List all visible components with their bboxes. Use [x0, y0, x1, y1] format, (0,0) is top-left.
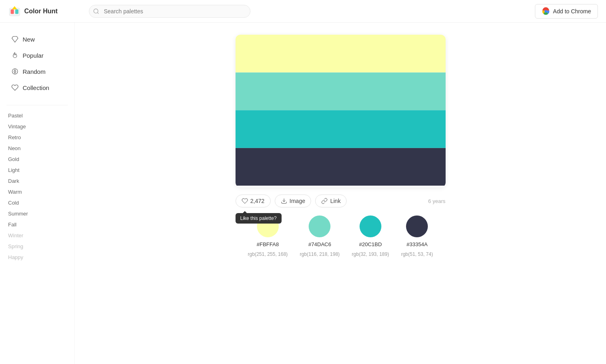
- sidebar-tag-retro[interactable]: Retro: [0, 132, 74, 143]
- swatch-circle-1[interactable]: [309, 215, 330, 237]
- search-input[interactable]: [89, 5, 250, 18]
- swatch-hex-1: #74DAC6: [308, 241, 331, 247]
- actions-row: 2,472 Image Link 6 years: [236, 195, 446, 207]
- image-label: Image: [290, 198, 305, 204]
- swatch-rgb-2: rgb(32, 193, 189): [352, 251, 389, 257]
- swatch-item-3: #33354A rgb(51, 53, 74): [401, 215, 433, 257]
- link-icon: [321, 198, 328, 204]
- sidebar-tag-summer[interactable]: Summer: [0, 208, 74, 219]
- logo-icon: [8, 5, 21, 18]
- swatch-circle-3[interactable]: [406, 215, 428, 237]
- sidebar-item-popular[interactable]: Popular: [3, 48, 71, 63]
- sidebar-tag-fall[interactable]: Fall: [0, 219, 74, 230]
- swatch-rgb-1: rgb(116, 218, 198): [300, 251, 340, 257]
- like-count: 2,472: [250, 198, 265, 204]
- link-button[interactable]: Link: [315, 195, 347, 207]
- sidebar-tag-cold[interactable]: Cold: [0, 197, 74, 208]
- svg-rect-12: [236, 73, 446, 111]
- chrome-icon: [542, 7, 550, 15]
- swatch-hex-2: #20C1BD: [359, 241, 382, 247]
- image-button[interactable]: Image: [275, 195, 311, 207]
- svg-point-8: [14, 71, 16, 73]
- palette-stripe: [236, 35, 446, 186]
- tooltip: Like this palette?: [236, 213, 282, 224]
- header: Color Hunt Add to Chrome: [0, 0, 606, 23]
- search-wrap: [89, 5, 250, 18]
- link-label: Link: [330, 198, 341, 204]
- sidebar-tag-neon[interactable]: Neon: [0, 143, 74, 154]
- palette-detail: 2,472 Image Link 6 years: [236, 35, 446, 352]
- swatch-hex-3: #33354A: [406, 241, 427, 247]
- random-icon: [11, 68, 19, 75]
- sidebar-divider: [6, 105, 68, 105]
- search-icon: [93, 8, 99, 15]
- search-icon-wrap: [89, 5, 250, 18]
- palette-card[interactable]: [236, 35, 446, 187]
- sidebar-item-new[interactable]: New: [3, 31, 71, 47]
- swatch-rgb-3: rgb(51, 53, 74): [401, 251, 433, 257]
- swatch-hex-0: #FBFFA8: [257, 241, 279, 247]
- sidebar-tag-warm[interactable]: Warm: [0, 186, 74, 197]
- main-content: 2,472 Image Link 6 years: [75, 23, 606, 364]
- logo-text: Color Hunt: [24, 8, 58, 15]
- download-icon: [281, 198, 287, 204]
- svg-rect-11: [236, 35, 446, 73]
- sidebar-tags: Pastel Vintage Retro Neon Gold Light Dar…: [0, 110, 74, 263]
- sidebar-tag-dark[interactable]: Dark: [0, 176, 74, 186]
- sidebar-nav: New Popular Random Collection: [0, 31, 74, 95]
- add-to-chrome-button[interactable]: Add to Chrome: [535, 4, 598, 19]
- swatch-item-1: #74DAC6 rgb(116, 218, 198): [300, 215, 340, 257]
- svg-rect-2: [11, 9, 14, 14]
- svg-point-6: [544, 10, 547, 13]
- svg-rect-13: [236, 110, 446, 148]
- svg-rect-3: [15, 9, 19, 14]
- sidebar-tag-light[interactable]: Light: [0, 165, 74, 176]
- sidebar-tag-gold[interactable]: Gold: [0, 154, 74, 165]
- like-button[interactable]: 2,472: [236, 195, 271, 207]
- svg-point-4: [94, 9, 98, 13]
- layout: New Popular Random Collection Pastel Vin…: [0, 23, 606, 364]
- sidebar: New Popular Random Collection Pastel Vin…: [0, 23, 75, 364]
- diamond-icon: [11, 36, 19, 43]
- svg-rect-14: [236, 148, 446, 186]
- swatch-item-2: #20C1BD rgb(32, 193, 189): [352, 215, 389, 257]
- sidebar-tag-vintage[interactable]: Vintage: [0, 121, 74, 132]
- svg-marker-1: [12, 6, 17, 9]
- sidebar-item-random[interactable]: Random: [3, 64, 71, 79]
- sidebar-tag-spring[interactable]: Spring: [0, 241, 74, 252]
- sidebar-tag-pastel[interactable]: Pastel: [0, 110, 74, 121]
- fire-icon: [11, 52, 19, 59]
- age-label: 6 years: [428, 198, 446, 204]
- sidebar-tag-happy[interactable]: Happy: [0, 252, 74, 263]
- swatch-rgb-0: rgb(251, 255, 168): [248, 251, 288, 257]
- heart-like-icon: [242, 198, 248, 204]
- swatch-circle-2[interactable]: [360, 215, 381, 237]
- add-chrome-label: Add to Chrome: [553, 8, 591, 15]
- logo[interactable]: Color Hunt: [8, 5, 81, 18]
- heart-icon: [11, 84, 19, 91]
- sidebar-tag-winter[interactable]: Winter: [0, 230, 74, 241]
- sidebar-item-collection[interactable]: Collection: [3, 80, 71, 95]
